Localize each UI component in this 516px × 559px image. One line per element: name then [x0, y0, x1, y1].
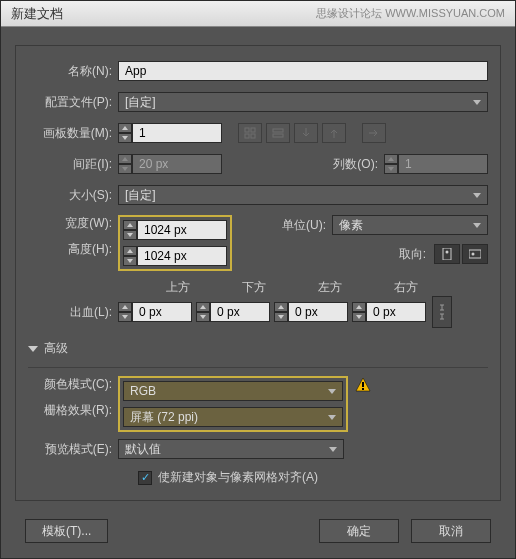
triangle-down-icon	[28, 346, 38, 352]
dimensions-highlight	[118, 215, 232, 271]
columns-label: 列数(O):	[333, 156, 384, 173]
height-input[interactable]	[137, 246, 227, 266]
width-input[interactable]	[137, 220, 227, 240]
orientation-label: 取向:	[399, 246, 434, 263]
bleed-right-stepper[interactable]	[352, 302, 366, 322]
size-label: 大小(S):	[28, 187, 118, 204]
profile-dropdown[interactable]: [自定]	[118, 92, 488, 112]
svg-rect-0	[245, 128, 249, 132]
preview-label: 预览模式(E):	[28, 441, 118, 458]
svg-rect-6	[443, 248, 451, 260]
warning-icon	[354, 376, 372, 394]
bleed-right-input[interactable]	[366, 302, 426, 322]
colormode-label: 颜色模式(C):	[28, 376, 118, 393]
window-title: 新建文档	[11, 5, 63, 23]
orientation-landscape[interactable]	[462, 244, 488, 264]
cancel-button[interactable]: 取消	[411, 519, 491, 543]
grid-layout-icon	[238, 123, 262, 143]
bleed-left-stepper[interactable]	[274, 302, 288, 322]
artboards-input[interactable]	[132, 123, 222, 143]
size-dropdown[interactable]: [自定]	[118, 185, 488, 205]
svg-rect-5	[273, 134, 283, 137]
watermark: 思缘设计论坛 WWW.MISSYUAN.COM	[316, 6, 505, 21]
align-pixel-checkbox[interactable]: ✓	[138, 471, 152, 485]
preview-dropdown[interactable]: 默认值	[118, 439, 344, 459]
svg-rect-1	[251, 128, 255, 132]
bleed-top-stepper[interactable]	[118, 302, 132, 322]
svg-rect-10	[362, 382, 364, 387]
bleed-left-input[interactable]	[288, 302, 348, 322]
svg-rect-8	[469, 250, 481, 258]
units-label: 单位(U):	[282, 217, 332, 234]
width-stepper[interactable]	[123, 220, 137, 240]
raster-dropdown[interactable]: 屏幕 (72 ppi)	[123, 407, 343, 427]
svg-point-9	[472, 253, 475, 256]
orientation-portrait[interactable]	[434, 244, 460, 264]
bleed-bottom-stepper[interactable]	[196, 302, 210, 322]
profile-label: 配置文件(P):	[28, 94, 118, 111]
svg-rect-11	[362, 388, 364, 390]
width-label: 宽度(W):	[28, 215, 118, 232]
units-dropdown[interactable]: 像素	[332, 215, 488, 235]
spacing-input	[132, 154, 222, 174]
titlebar: 新建文档 思缘设计论坛 WWW.MISSYUAN.COM	[1, 1, 515, 27]
arrow-right-icon	[362, 123, 386, 143]
svg-rect-4	[273, 129, 283, 132]
bleed-bottom-input[interactable]	[210, 302, 270, 322]
ok-button[interactable]: 确定	[319, 519, 399, 543]
bleed-top-input[interactable]	[132, 302, 192, 322]
bleed-label: 出血(L):	[28, 304, 118, 321]
advanced-section-toggle[interactable]: 高级	[28, 340, 488, 357]
artboards-stepper[interactable]	[118, 123, 132, 143]
arrow-up-icon	[322, 123, 346, 143]
name-label: 名称(N):	[28, 63, 118, 80]
divider	[28, 367, 488, 368]
row-layout-icon	[266, 123, 290, 143]
align-pixel-label: 使新建对象与像素网格对齐(A)	[158, 469, 318, 486]
link-bleed-icon[interactable]	[432, 296, 452, 328]
arrow-down-icon	[294, 123, 318, 143]
spacing-stepper	[118, 154, 132, 174]
colormode-dropdown[interactable]: RGB	[123, 381, 343, 401]
svg-point-7	[446, 251, 449, 254]
artboards-label: 画板数量(M):	[28, 125, 118, 142]
svg-rect-2	[245, 134, 249, 138]
spacing-label: 间距(I):	[28, 156, 118, 173]
height-label: 高度(H):	[28, 241, 118, 258]
raster-label: 栅格效果(R):	[28, 402, 118, 419]
svg-rect-3	[251, 134, 255, 138]
height-stepper[interactable]	[123, 246, 137, 266]
bleed-headers: 上方 下方 左方 右方	[28, 279, 488, 296]
columns-input	[398, 154, 488, 174]
columns-stepper	[384, 154, 398, 174]
template-button[interactable]: 模板(T)...	[25, 519, 108, 543]
advanced-highlight: RGB 屏幕 (72 ppi)	[118, 376, 348, 432]
name-input[interactable]	[118, 61, 488, 81]
